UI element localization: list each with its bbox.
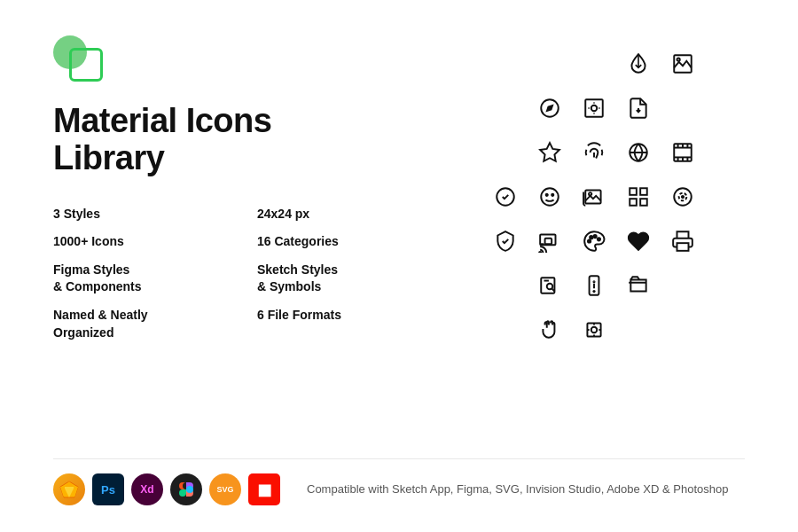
right-section [443, 35, 745, 458]
svg-point-1 [677, 59, 680, 61]
top-section: Material Icons Library 3 Styles 24x24 px… [53, 35, 745, 458]
svg-rect-23 [630, 188, 637, 195]
compat-text: Compatible with Sketch App, Figma, SVG, … [307, 481, 728, 498]
fingerprint-icon [575, 133, 614, 172]
svg-rect-25 [630, 199, 637, 206]
bottom-bar: Ps Xd SVG ◼ Compatible with Sketch App, … [53, 458, 745, 505]
svg-rect-46 [587, 323, 600, 336]
feature-named: Named & NeatlyOrganized [53, 307, 239, 341]
settings-app-icon [575, 89, 614, 128]
svg-point-29 [682, 196, 684, 198]
svg-point-39 [547, 284, 553, 290]
phone-info-icon [575, 266, 614, 305]
photo-library-icon [575, 177, 614, 216]
logo-area [53, 35, 115, 89]
ink-drop-icon [619, 44, 658, 83]
svg-rect-21 [585, 190, 600, 203]
folder-copy-icon [619, 266, 658, 305]
xd-logo: Xd [131, 473, 163, 505]
search-page-icon [530, 266, 569, 305]
svg-point-31 [539, 252, 541, 253]
svg-logo: SVG [209, 473, 241, 505]
svg-point-22 [589, 192, 591, 195]
compass-icon [530, 89, 569, 128]
svg-point-35 [593, 235, 596, 238]
film-icon [663, 133, 702, 172]
svg-point-36 [598, 238, 600, 240]
face-icon [530, 177, 569, 216]
figma-logo [170, 473, 202, 505]
icon-empty-6 [486, 133, 525, 172]
adobe-logo: ◼ [248, 473, 280, 505]
page-title: Material Icons Library [53, 103, 443, 177]
left-section: Material Icons Library 3 Styles 24x24 px… [53, 35, 443, 458]
icons-grid [486, 44, 702, 394]
svg-point-5 [591, 106, 598, 112]
icon-empty-12 [486, 355, 525, 394]
svg-marker-6 [540, 143, 559, 161]
feature-categories: 16 Categories [257, 233, 443, 251]
feature-icons: 1000+ Icons [53, 233, 239, 251]
icon-empty-5 [663, 89, 702, 128]
icon-empty-4 [486, 89, 525, 128]
svg-marker-3 [545, 104, 553, 112]
palette-icon [575, 222, 614, 261]
main-container: Material Icons Library 3 Styles 24x24 px… [0, 0, 798, 532]
svg-rect-26 [640, 199, 647, 206]
app-logos: Ps Xd SVG ◼ [53, 473, 280, 505]
sketch-logo [53, 473, 85, 505]
svg-point-33 [588, 239, 591, 242]
svg-point-45 [593, 281, 594, 282]
icon-empty-9 [486, 310, 525, 349]
features-grid: 3 Styles 24x24 px 1000+ Icons 16 Categor… [53, 206, 443, 342]
back-hand-icon [530, 310, 569, 349]
feature-size: 24x24 px [257, 206, 443, 223]
svg-rect-4 [585, 99, 603, 117]
svg-rect-24 [640, 188, 647, 195]
svg-point-53 [186, 486, 193, 493]
icon-empty-2 [530, 44, 569, 83]
brightness-icon [575, 310, 614, 349]
ps-logo: Ps [92, 473, 124, 505]
svg-point-19 [546, 194, 548, 196]
star-icon [530, 133, 569, 172]
logo-rect [69, 48, 103, 82]
check-circle-icon [486, 177, 525, 216]
landscape-icon [663, 44, 702, 83]
svg-rect-32 [545, 239, 552, 245]
feature-sketch: Sketch Styles& Symbols [257, 262, 443, 296]
adjust-icon [663, 177, 702, 216]
icon-empty-3 [575, 44, 614, 83]
svg-rect-37 [677, 243, 689, 251]
print-icon [663, 222, 702, 261]
svg-point-47 [591, 327, 598, 333]
svg-point-20 [552, 194, 553, 196]
shield-check-icon [486, 222, 525, 261]
feature-formats: 6 File Formats [257, 307, 443, 341]
icon-empty-8 [663, 266, 702, 305]
globe-icon [619, 133, 658, 172]
heart-icon [619, 222, 658, 261]
icon-empty-10 [619, 310, 658, 349]
title-block: Material Icons Library [53, 103, 443, 177]
icon-empty-11 [663, 310, 702, 349]
feature-figma: Figma Styles& Components [53, 262, 239, 296]
cast-icon [530, 222, 569, 261]
feature-styles: 3 Styles [53, 206, 239, 223]
icon-empty-1 [486, 44, 525, 83]
svg-point-18 [541, 188, 559, 206]
file-refresh-icon [619, 89, 658, 128]
svg-point-34 [590, 236, 592, 239]
grid-view-icon [619, 177, 658, 216]
icon-empty-7 [486, 266, 525, 305]
